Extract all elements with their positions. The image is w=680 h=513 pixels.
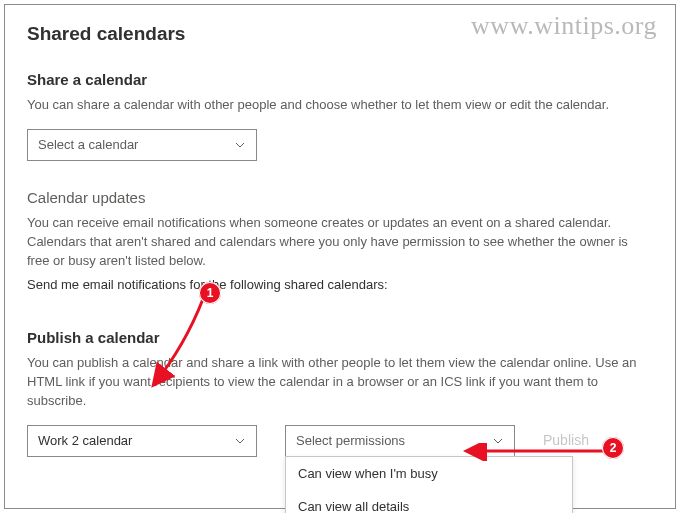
share-select-label: Select a calendar xyxy=(38,137,234,152)
share-select-calendar[interactable]: Select a calendar xyxy=(27,129,257,161)
updates-desc: You can receive email notifications when… xyxy=(27,214,653,271)
updates-title: Calendar updates xyxy=(27,189,653,206)
publish-perm-placeholder: Select permissions xyxy=(296,433,492,448)
annotation-badge-2: 2 xyxy=(602,437,624,459)
publish-title: Publish a calendar xyxy=(27,329,653,346)
section-share: Share a calendar You can share a calenda… xyxy=(27,71,653,161)
share-title: Share a calendar xyxy=(27,71,653,88)
annotation-badge-1: 1 xyxy=(199,282,221,304)
section-publish: Publish a calendar You can publish a cal… xyxy=(27,329,653,457)
publish-calendar-value: Work 2 calendar xyxy=(38,433,234,448)
page-title: Shared calendars xyxy=(27,23,653,45)
chevron-down-icon xyxy=(234,139,246,151)
share-desc: You can share a calendar with other peop… xyxy=(27,96,653,115)
section-updates: Calendar updates You can receive email n… xyxy=(27,189,653,295)
publish-button[interactable]: Publish xyxy=(543,425,589,448)
chevron-down-icon xyxy=(234,435,246,447)
publish-select-permissions[interactable]: Select permissions xyxy=(285,425,515,457)
publish-select-calendar[interactable]: Work 2 calendar xyxy=(27,425,257,457)
publish-desc: You can publish a calendar and share a l… xyxy=(27,354,653,411)
permissions-dropdown-list: Can view when I'm busy Can view all deta… xyxy=(285,456,573,513)
perm-option-all-details[interactable]: Can view all details xyxy=(286,490,572,513)
chevron-down-icon xyxy=(492,435,504,447)
perm-option-busy[interactable]: Can view when I'm busy xyxy=(286,457,572,490)
updates-send-label: Send me email notifications for the foll… xyxy=(27,276,653,295)
